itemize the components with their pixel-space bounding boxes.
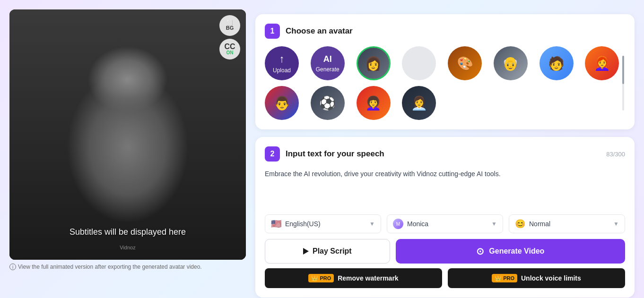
bg-label: BG: [226, 26, 234, 31]
subtitle-bar: Subtitles will be displayed here: [9, 223, 246, 241]
avatar-redhead[interactable]: 👩‍🦱: [357, 86, 391, 120]
cc-icon: CC: [224, 43, 235, 51]
generate-video-label: Generate Video: [489, 247, 544, 255]
avatar-woman3[interactable]: 👩‍💼: [402, 86, 436, 120]
pro-badge-watermark: 👑 PRO: [308, 274, 334, 282]
language-flag: 🇺🇸: [271, 219, 281, 229]
avatar-ronaldo[interactable]: ⚽: [311, 86, 345, 120]
upload-label: Upload: [273, 67, 291, 74]
avatar-placeholder: [402, 46, 436, 80]
avatar-woman2-img: 👩‍🦰: [585, 46, 619, 80]
actions-row: Play Script ⊙ Generate Video: [265, 239, 625, 264]
voice-label: Monica: [407, 220, 487, 228]
pro-row: 👑 PRO Remove watermark 👑 PRO Unlock voic…: [265, 268, 625, 288]
info-icon: i: [9, 264, 16, 270]
info-bar: i View the full animated version after e…: [9, 264, 246, 270]
avatar-cartoon-boy-img: 🧑: [540, 46, 574, 80]
language-chevron-icon: ▼: [369, 221, 375, 227]
avatar-section: 1 Choose an avatar ↑ Upload AI Generate: [255, 14, 635, 129]
play-icon: [303, 248, 309, 255]
generate-video-button[interactable]: ⊙ Generate Video: [396, 239, 625, 264]
avatar-einstein-img: 👴: [494, 46, 528, 80]
cc-status: ON: [226, 51, 234, 55]
avatar-woman3-img: 👩‍💼: [402, 86, 436, 120]
language-label: English(US): [285, 220, 366, 228]
video-controls-top: ⬜ BG CC ON: [219, 15, 240, 60]
crown-icon-watermark: 👑: [311, 275, 318, 281]
ai-text: AI: [323, 54, 332, 64]
main-container: ⬜ BG CC ON Subtitles will be displayed h…: [0, 0, 644, 298]
step-1-badge: 1: [265, 24, 280, 39]
mood-icon: 😊: [515, 219, 525, 229]
avatar-woman-img: 👩: [358, 48, 389, 79]
right-panel: 1 Choose an avatar ↑ Upload AI Generate: [255, 9, 635, 298]
avatar-redhead-img: 👩‍🦱: [357, 86, 391, 120]
speech-section: 2 Input text for your speech 83/300 🇺🇸 E…: [255, 137, 635, 298]
info-text: View the full animated version after exp…: [18, 264, 202, 270]
unlock-voice-button[interactable]: 👑 PRO Unlock voice limits: [448, 268, 625, 288]
avatar-scrollbar[interactable]: [622, 56, 624, 111]
play-script-button[interactable]: Play Script: [265, 239, 390, 264]
upload-avatar-button[interactable]: ↑ Upload: [265, 46, 299, 80]
speech-section-header: 2 Input text for your speech 83/300: [265, 146, 625, 162]
subtitle-text: Subtitles will be displayed here: [19, 227, 236, 237]
video-frame: ⬜ BG CC ON Subtitles will be displayed h…: [9, 9, 246, 260]
voice-chevron-icon: ▼: [491, 221, 497, 227]
play-script-label: Play Script: [313, 247, 352, 255]
avatar-cartoon-boy[interactable]: 🧑: [540, 46, 574, 80]
pro-badge-voice: 👑 PRO: [492, 274, 517, 282]
avatar-ronaldo-img: ⚽: [311, 86, 345, 120]
unlock-voice-label: Unlock voice limits: [521, 274, 581, 282]
cc-button[interactable]: CC ON: [219, 39, 240, 60]
ai-generate-button[interactable]: AI Generate: [311, 46, 345, 80]
avatar-monalisa[interactable]: 🎨: [448, 46, 482, 80]
upload-icon: ↑: [279, 53, 285, 65]
avatar-trump-img: 👨: [265, 86, 299, 120]
video-background: [9, 9, 246, 260]
language-dropdown[interactable]: 🇺🇸 English(US) ▼: [265, 214, 381, 233]
avatar-grid: ↑ Upload AI Generate 👩: [265, 46, 625, 120]
step-2-badge: 2: [265, 146, 280, 162]
avatar-woman-selected[interactable]: 👩: [357, 46, 391, 80]
crown-icon-voice: 👑: [495, 275, 502, 281]
speech-section-title: Input text for your speech: [286, 149, 384, 159]
controls-row: 🇺🇸 English(US) ▼ M Monica ▼ 😊 Normal ▼: [265, 214, 625, 233]
mood-dropdown[interactable]: 😊 Normal ▼: [509, 214, 625, 233]
remove-watermark-label: Remove watermark: [338, 274, 398, 282]
avatar-einstein[interactable]: 👴: [494, 46, 528, 80]
generate-label: Generate: [316, 66, 339, 73]
video-panel: ⬜ BG CC ON Subtitles will be displayed h…: [9, 9, 246, 270]
generate-icon: ⊙: [476, 246, 484, 257]
avatar-section-header: 1 Choose an avatar: [265, 24, 625, 39]
speech-input[interactable]: [265, 169, 625, 207]
voice-dropdown[interactable]: M Monica ▼: [387, 214, 503, 233]
avatar-woman2[interactable]: 👩‍🦰: [585, 46, 619, 80]
avatar-trump[interactable]: 👨: [265, 86, 299, 120]
scrollbar-thumb: [622, 56, 624, 84]
remove-watermark-button[interactable]: 👑 PRO Remove watermark: [265, 268, 442, 288]
mood-chevron-icon: ▼: [613, 221, 619, 227]
voice-avatar-icon: M: [393, 219, 403, 229]
watermark: Vidnoz: [120, 245, 135, 250]
avatar-monalisa-img: 🎨: [448, 46, 482, 80]
avatar-section-title: Choose an avatar: [286, 26, 353, 36]
bg-button[interactable]: ⬜ BG: [219, 15, 240, 36]
char-count: 83/300: [606, 151, 625, 158]
avatar-silhouette: [9, 9, 246, 260]
pro-label-watermark: PRO: [320, 275, 331, 281]
pro-label-voice: PRO: [503, 275, 514, 281]
mood-label: Normal: [529, 220, 609, 228]
